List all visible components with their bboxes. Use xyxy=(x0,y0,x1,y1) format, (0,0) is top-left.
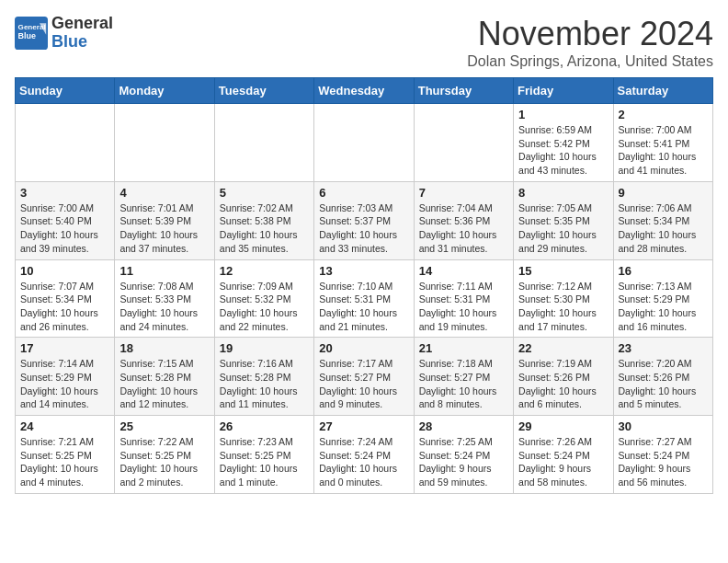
day-number: 21 xyxy=(419,341,508,355)
cell-info: Sunrise: 7:14 AMSunset: 5:29 PMDaylight:… xyxy=(20,357,109,411)
day-number: 12 xyxy=(220,264,309,278)
day-number: 9 xyxy=(619,186,708,200)
day-number: 11 xyxy=(119,264,209,278)
calendar-cell: 23Sunrise: 7:20 AMSunset: 5:26 PMDayligh… xyxy=(613,338,712,416)
location-subtitle: Dolan Springs, Arizona, United States xyxy=(467,53,713,70)
cell-info: Sunrise: 7:01 AMSunset: 5:39 PMDaylight:… xyxy=(119,201,209,256)
cell-info: Sunrise: 7:20 AMSunset: 5:26 PMDaylight:… xyxy=(619,357,708,411)
calendar-cell: 24Sunrise: 7:21 AMSunset: 5:25 PMDayligh… xyxy=(16,416,115,494)
calendar-cell: 6Sunrise: 7:03 AMSunset: 5:37 PMDaylight… xyxy=(314,181,414,259)
calendar-cell xyxy=(115,104,214,182)
calendar-table: SundayMondayTuesdayWednesdayThursdayFrid… xyxy=(15,77,713,494)
cell-info: Sunrise: 7:09 AMSunset: 5:32 PMDaylight:… xyxy=(220,280,309,334)
cell-info: Sunrise: 7:26 AMSunset: 5:24 PMDaylight:… xyxy=(518,435,608,489)
logo-icon: General Blue xyxy=(15,17,48,50)
calendar-cell: 11Sunrise: 7:08 AMSunset: 5:33 PMDayligh… xyxy=(115,259,214,338)
title-block: November 2024 Dolan Springs, Arizona, Un… xyxy=(467,15,713,70)
cell-info: Sunrise: 7:19 AMSunset: 5:26 PMDaylight:… xyxy=(518,357,608,411)
calendar-cell: 1Sunrise: 6:59 AMSunset: 5:42 PMDaylight… xyxy=(514,104,613,182)
day-number: 10 xyxy=(20,264,109,278)
day-number: 23 xyxy=(619,341,708,355)
day-number: 25 xyxy=(119,419,209,433)
calendar-week-row: 10Sunrise: 7:07 AMSunset: 5:34 PMDayligh… xyxy=(16,259,713,338)
calendar-cell xyxy=(414,104,513,182)
calendar-cell xyxy=(16,104,115,182)
calendar-cell: 20Sunrise: 7:17 AMSunset: 5:27 PMDayligh… xyxy=(314,338,414,416)
cell-info: Sunrise: 7:17 AMSunset: 5:27 PMDaylight:… xyxy=(319,357,408,411)
calendar-cell: 21Sunrise: 7:18 AMSunset: 5:27 PMDayligh… xyxy=(414,338,513,416)
calendar-header-row: SundayMondayTuesdayWednesdayThursdayFrid… xyxy=(16,78,713,104)
cell-info: Sunrise: 7:02 AMSunset: 5:38 PMDaylight:… xyxy=(220,201,309,256)
calendar-cell xyxy=(214,104,313,182)
calendar-cell: 26Sunrise: 7:23 AMSunset: 5:25 PMDayligh… xyxy=(214,416,313,494)
day-header-friday: Friday xyxy=(514,78,613,104)
day-number: 27 xyxy=(319,419,408,433)
day-number: 15 xyxy=(518,264,608,278)
calendar-cell: 17Sunrise: 7:14 AMSunset: 5:29 PMDayligh… xyxy=(16,338,115,416)
cell-info: Sunrise: 7:23 AMSunset: 5:25 PMDaylight:… xyxy=(220,435,309,489)
cell-info: Sunrise: 7:22 AMSunset: 5:25 PMDaylight:… xyxy=(119,435,209,489)
cell-info: Sunrise: 6:59 AMSunset: 5:42 PMDaylight:… xyxy=(518,123,608,178)
calendar-week-row: 3Sunrise: 7:00 AMSunset: 5:40 PMDaylight… xyxy=(16,181,713,259)
day-number: 29 xyxy=(518,419,608,433)
day-header-wednesday: Wednesday xyxy=(314,78,414,104)
cell-info: Sunrise: 7:08 AMSunset: 5:33 PMDaylight:… xyxy=(119,280,209,334)
cell-info: Sunrise: 7:00 AMSunset: 5:40 PMDaylight:… xyxy=(20,201,109,256)
calendar-cell: 3Sunrise: 7:00 AMSunset: 5:40 PMDaylight… xyxy=(16,181,115,259)
cell-info: Sunrise: 7:00 AMSunset: 5:41 PMDaylight:… xyxy=(619,123,708,178)
calendar-cell: 30Sunrise: 7:27 AMSunset: 5:24 PMDayligh… xyxy=(613,416,712,494)
calendar-cell: 22Sunrise: 7:19 AMSunset: 5:26 PMDayligh… xyxy=(514,338,613,416)
day-header-saturday: Saturday xyxy=(613,78,712,104)
day-number: 1 xyxy=(518,108,608,121)
cell-info: Sunrise: 7:03 AMSunset: 5:37 PMDaylight:… xyxy=(319,201,408,256)
calendar-cell: 10Sunrise: 7:07 AMSunset: 5:34 PMDayligh… xyxy=(16,259,115,338)
day-number: 18 xyxy=(119,341,209,355)
day-number: 6 xyxy=(319,186,408,200)
day-number: 8 xyxy=(518,186,608,200)
cell-info: Sunrise: 7:05 AMSunset: 5:35 PMDaylight:… xyxy=(518,201,608,256)
calendar-cell: 16Sunrise: 7:13 AMSunset: 5:29 PMDayligh… xyxy=(613,259,712,338)
logo-text: General Blue xyxy=(51,15,113,52)
day-header-monday: Monday xyxy=(115,78,214,104)
cell-info: Sunrise: 7:24 AMSunset: 5:24 PMDaylight:… xyxy=(319,435,408,489)
calendar-cell: 7Sunrise: 7:04 AMSunset: 5:36 PMDaylight… xyxy=(414,181,513,259)
cell-info: Sunrise: 7:11 AMSunset: 5:31 PMDaylight:… xyxy=(419,280,508,334)
cell-info: Sunrise: 7:04 AMSunset: 5:36 PMDaylight:… xyxy=(419,201,508,256)
cell-info: Sunrise: 7:06 AMSunset: 5:34 PMDaylight:… xyxy=(619,201,708,256)
day-number: 5 xyxy=(220,186,309,200)
calendar-cell: 14Sunrise: 7:11 AMSunset: 5:31 PMDayligh… xyxy=(414,259,513,338)
calendar-cell: 9Sunrise: 7:06 AMSunset: 5:34 PMDaylight… xyxy=(613,181,712,259)
calendar-cell: 29Sunrise: 7:26 AMSunset: 5:24 PMDayligh… xyxy=(514,416,613,494)
cell-info: Sunrise: 7:16 AMSunset: 5:28 PMDaylight:… xyxy=(220,357,309,411)
calendar-cell: 12Sunrise: 7:09 AMSunset: 5:32 PMDayligh… xyxy=(214,259,313,338)
day-number: 7 xyxy=(419,186,508,200)
cell-info: Sunrise: 7:10 AMSunset: 5:31 PMDaylight:… xyxy=(319,280,408,334)
calendar-cell: 19Sunrise: 7:16 AMSunset: 5:28 PMDayligh… xyxy=(214,338,313,416)
day-number: 4 xyxy=(119,186,209,200)
cell-info: Sunrise: 7:13 AMSunset: 5:29 PMDaylight:… xyxy=(619,280,708,334)
cell-info: Sunrise: 7:25 AMSunset: 5:24 PMDaylight:… xyxy=(419,435,508,489)
cell-info: Sunrise: 7:18 AMSunset: 5:27 PMDaylight:… xyxy=(419,357,508,411)
day-header-thursday: Thursday xyxy=(414,78,513,104)
month-title: November 2024 xyxy=(467,15,713,53)
day-number: 17 xyxy=(20,341,109,355)
page-header: General Blue General Blue November 2024 … xyxy=(15,15,713,70)
calendar-cell: 18Sunrise: 7:15 AMSunset: 5:28 PMDayligh… xyxy=(115,338,214,416)
day-header-tuesday: Tuesday xyxy=(214,78,313,104)
cell-info: Sunrise: 7:21 AMSunset: 5:25 PMDaylight:… xyxy=(20,435,109,489)
day-number: 3 xyxy=(20,186,109,200)
cell-info: Sunrise: 7:12 AMSunset: 5:30 PMDaylight:… xyxy=(518,280,608,334)
calendar-cell xyxy=(314,104,414,182)
day-number: 30 xyxy=(619,419,708,433)
calendar-week-row: 17Sunrise: 7:14 AMSunset: 5:29 PMDayligh… xyxy=(16,338,713,416)
cell-info: Sunrise: 7:07 AMSunset: 5:34 PMDaylight:… xyxy=(20,280,109,334)
calendar-cell: 13Sunrise: 7:10 AMSunset: 5:31 PMDayligh… xyxy=(314,259,414,338)
day-number: 16 xyxy=(619,264,708,278)
logo: General Blue General Blue xyxy=(15,15,113,52)
calendar-cell: 27Sunrise: 7:24 AMSunset: 5:24 PMDayligh… xyxy=(314,416,414,494)
calendar-cell: 4Sunrise: 7:01 AMSunset: 5:39 PMDaylight… xyxy=(115,181,214,259)
day-number: 2 xyxy=(619,108,708,121)
calendar-cell: 28Sunrise: 7:25 AMSunset: 5:24 PMDayligh… xyxy=(414,416,513,494)
day-number: 13 xyxy=(319,264,408,278)
calendar-body: 1Sunrise: 6:59 AMSunset: 5:42 PMDaylight… xyxy=(16,104,713,494)
